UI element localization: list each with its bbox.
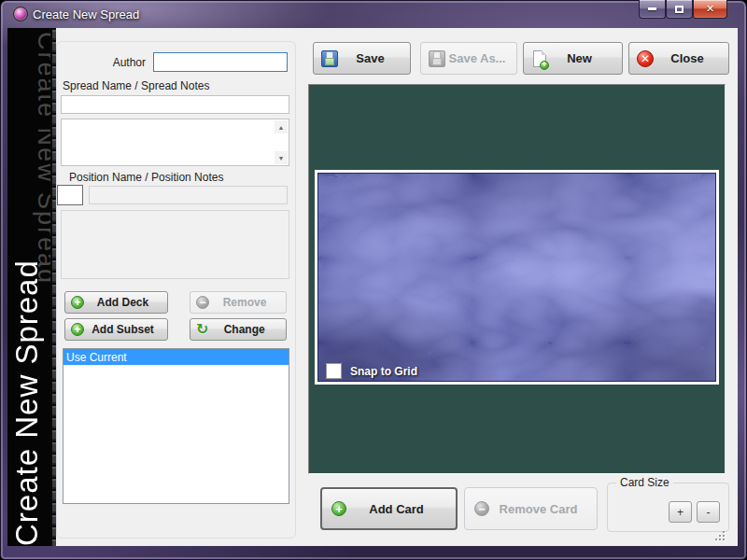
save-as-icon: [429, 50, 445, 67]
card-size-decrease-button[interactable]: -: [697, 501, 720, 523]
maximize-icon: [675, 6, 684, 13]
close-button[interactable]: ✕ Close: [628, 42, 729, 75]
page-fold: [542, 50, 546, 55]
add-icon: +: [71, 323, 84, 336]
remove-label: Remove: [209, 296, 280, 309]
plus-badge-icon: +: [540, 61, 549, 70]
position-section-label: Position Name / Position Notes: [69, 171, 223, 184]
list-item[interactable]: Use Current: [63, 349, 289, 365]
remove-icon: −: [196, 296, 209, 309]
add-subset-label: Add Subset: [84, 323, 162, 336]
save-button[interactable]: Save: [313, 42, 411, 75]
position-notes-textarea: [61, 210, 289, 279]
add-icon: +: [331, 501, 346, 516]
spread-cloth-image[interactable]: [315, 170, 719, 385]
close-label: Close: [654, 51, 721, 65]
app-icon: [13, 7, 28, 21]
card-size-label: Card Size: [616, 476, 673, 489]
spread-notes-textarea[interactable]: ▲ ▼: [61, 119, 289, 166]
remove-icon: −: [474, 501, 489, 516]
close-icon: ✕: [706, 3, 714, 15]
application-window: Create New Spread ✕ Create New Spread Cr…: [0, 0, 747, 560]
remove-deck-button: − Remove: [190, 291, 287, 314]
snap-to-grid-label: Snap to Grid: [350, 365, 417, 378]
save-as-label: Save As...: [445, 51, 509, 65]
save-label: Save: [338, 51, 402, 65]
save-icon: [321, 50, 338, 67]
sidebar-banner: Create New Spread Create New Spread: [7, 28, 56, 546]
cloth-shading: [318, 174, 715, 381]
spread-section-label: Spread Name / Spread Notes: [63, 79, 209, 92]
snap-to-grid-checkbox[interactable]: [326, 363, 342, 379]
scroll-down-icon[interactable]: ▼: [275, 151, 288, 164]
add-icon: +: [71, 296, 84, 309]
new-document-icon: +: [533, 50, 546, 67]
position-name-input: [89, 186, 288, 204]
change-deck-button[interactable]: ↻ Change: [190, 318, 287, 341]
remove-card-label: Remove Card: [489, 502, 587, 516]
close-red-icon: ✕: [637, 50, 654, 67]
remove-card-button: − Remove Card: [464, 487, 598, 530]
card-size-increase-button[interactable]: +: [669, 501, 692, 523]
resize-grip[interactable]: [715, 531, 726, 542]
add-card-button[interactable]: + Add Card: [320, 487, 458, 530]
change-icon: ↻: [196, 322, 208, 337]
new-label: New: [546, 51, 613, 65]
author-input[interactable]: [153, 52, 288, 72]
change-label: Change: [208, 323, 280, 336]
add-card-label: Add Card: [346, 502, 446, 516]
window-title: Create New Spread: [33, 7, 139, 21]
author-label: Author: [56, 56, 146, 69]
minimize-button[interactable]: [639, 0, 666, 19]
add-subset-button[interactable]: + Add Subset: [64, 318, 168, 341]
save-as-button: Save As...: [420, 42, 517, 75]
position-number-box[interactable]: [57, 185, 83, 205]
deck-list: Use Current: [63, 348, 289, 504]
sidebar-title-text: Create New Spread: [9, 28, 45, 546]
add-deck-label: Add Deck: [84, 296, 162, 309]
add-deck-button[interactable]: + Add Deck: [64, 291, 168, 314]
close-window-button[interactable]: ✕: [693, 0, 727, 19]
list-item-label: Use Current: [66, 351, 127, 364]
maximize-button[interactable]: [666, 0, 693, 19]
minimize-icon: [648, 7, 656, 10]
new-button[interactable]: + New: [523, 42, 623, 75]
scroll-up-icon[interactable]: ▲: [275, 120, 288, 133]
spread-name-input[interactable]: [61, 95, 289, 114]
cloth-texture: [317, 173, 716, 382]
